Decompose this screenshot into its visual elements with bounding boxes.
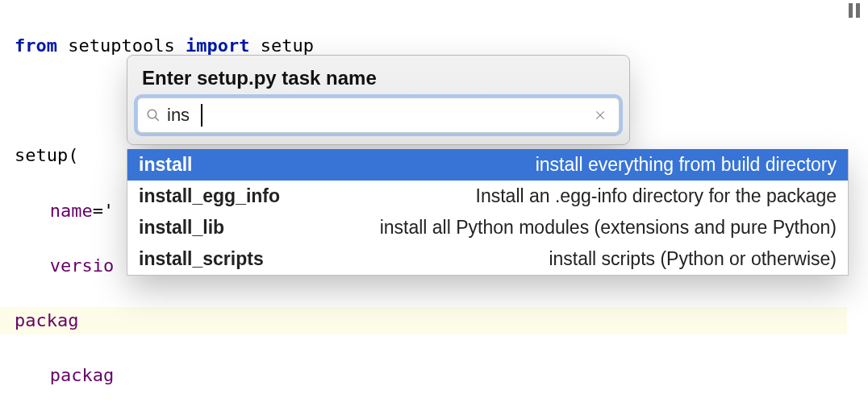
suggestion-item[interactable]: install_lib install all Python modules (… [127,212,848,243]
suggestion-desc: install scripts (Python or otherwise) [549,248,837,270]
suggestion-item[interactable]: install_scripts install scripts (Python … [127,243,848,275]
code-line: packag [0,307,847,334]
suggestion-desc: install all Python modules (extensions a… [380,217,837,239]
search-input-wrap[interactable] [137,98,620,133]
suggestion-desc: Install an .egg-info directory for the p… [476,185,837,207]
task-name-popup: Enter setup.py task name [127,55,630,145]
suggestion-list: install install everything from build di… [127,149,849,276]
suggestion-item[interactable]: install_egg_info Install an .egg-info di… [127,181,848,212]
suggestion-name: install_egg_info [139,185,280,207]
suggestion-name: install_lib [139,217,224,239]
suggestion-desc: install everything from build directory [536,154,837,176]
text-caret [201,104,202,127]
popup-title: Enter setup.py task name [137,64,620,98]
svg-point-0 [148,110,156,118]
suggestion-item[interactable]: install install everything from build di… [127,149,848,181]
suggestion-name: install_scripts [139,248,264,270]
clear-button[interactable] [590,105,611,126]
search-icon [146,108,161,122]
suggestion-name: install [139,154,192,176]
code-line: packag [15,362,862,389]
svg-line-1 [155,117,159,121]
search-input[interactable] [161,104,590,127]
